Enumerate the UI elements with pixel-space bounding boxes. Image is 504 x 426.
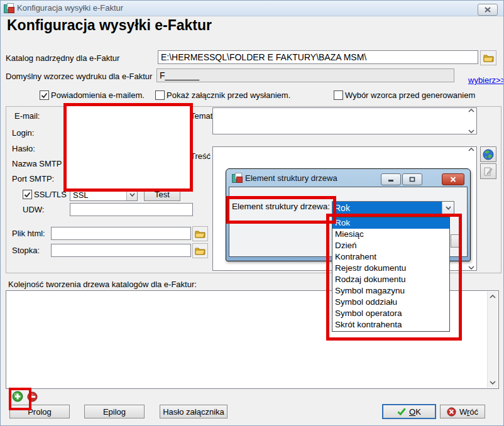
tree-element-combobox[interactable]: Rok [332, 201, 454, 216]
edit-signature-button[interactable] [480, 163, 496, 179]
dropdown-option[interactable]: Dzień [332, 240, 449, 251]
minimize-button[interactable] [381, 173, 401, 185]
katalog-browse-button[interactable] [480, 50, 496, 65]
udw-label: UDW: [23, 205, 44, 214]
check-icon [24, 192, 31, 198]
dropdown-option[interactable]: Rodzaj dokumentu [332, 274, 449, 285]
wzorzec-label: Domyślny wzorzec wydruku dla e-Faktur [6, 72, 152, 81]
tree-element-combobox-value: Rok [334, 203, 350, 213]
add-button[interactable] [12, 391, 23, 402]
tresc-label: Treść [190, 151, 211, 161]
ssl-combobox[interactable]: SSL [70, 188, 138, 201]
dropdown-option[interactable]: Rok [332, 217, 449, 229]
close-button[interactable] [478, 4, 498, 16]
app-icon [4, 3, 14, 13]
plik-html-browse-button[interactable] [192, 226, 208, 241]
nazwa-smtp-label: Nazwa SMTP [12, 159, 62, 168]
stopka-label: Stopka: [12, 246, 40, 255]
edit-page-icon [483, 167, 493, 177]
minus-icon [27, 391, 38, 402]
checkbox-wybor-wzorca-label: Wybór wzorca przed generowaniem [345, 90, 475, 100]
remove-button[interactable] [27, 391, 38, 402]
scroll-up-icon[interactable] [468, 109, 474, 112]
tree-order-label: Kolejność tworzenia drzewa katalogów dla… [8, 280, 197, 289]
close-icon [450, 177, 456, 182]
stopka-browse-button[interactable] [192, 243, 208, 258]
tree-element-dropdown: Rok Miesiąc Dzień Kontrahent Rejestr dok… [332, 217, 450, 332]
maximize-button[interactable] [402, 173, 422, 185]
port-smtp-label: Port SMTP: [12, 174, 54, 183]
scroll-down-icon[interactable] [490, 381, 496, 385]
dropdown-option[interactable]: Miesiąc [332, 229, 449, 240]
katalog-input[interactable]: E:\HERMESSQL\FOLDER E FAKTURY\BAZA MSM\ [158, 50, 478, 64]
plik-html-input[interactable] [51, 227, 191, 240]
scroll-down-icon[interactable] [468, 266, 474, 270]
close-button[interactable] [442, 173, 464, 185]
checkbox-powiadomienia-label: Powiadomienia e-mailem. [51, 90, 145, 100]
wroc-button-label: Wróć [459, 407, 478, 417]
minimize-icon [388, 177, 394, 182]
dropdown-option[interactable]: Kontrahent [332, 251, 449, 263]
checkbox-ssl-tls[interactable] [23, 190, 32, 199]
translate-button[interactable] [480, 146, 496, 162]
checkbox-wybor-wzorca[interactable] [334, 90, 343, 100]
katalog-label: Katalog nadrzędny dla e-Faktur [6, 53, 119, 63]
ok-button[interactable]: OK [382, 404, 436, 419]
dropdown-option[interactable]: Symbol magazynu [332, 285, 449, 297]
check-icon [41, 92, 48, 99]
dropdown-option[interactable]: Symbol operatora [332, 308, 449, 319]
scroll-up-icon[interactable] [490, 295, 496, 298]
udw-input[interactable] [70, 203, 193, 216]
ssl-tls-label: SSL/TLS [34, 190, 67, 199]
hidden-partial-button[interactable] [451, 234, 462, 248]
tree-order-scrollbar[interactable] [487, 292, 498, 388]
test-button[interactable]: Test [144, 188, 180, 201]
haslo-zalacznika-button[interactable]: Hasło załącznika [160, 405, 227, 418]
email-label: E-mail: [14, 111, 40, 121]
login-label: Login: [12, 128, 34, 138]
folder-icon [195, 246, 205, 255]
chevron-down-icon[interactable] [126, 188, 137, 200]
wybierz-link[interactable]: wybierz>>> [468, 75, 504, 85]
tree-element-field-label: Element struktury drzewa: [232, 202, 330, 211]
wzorzec-input[interactable]: F_______ [156, 68, 454, 82]
window-title: Konfiguracja wysyłki e-Faktur [17, 3, 123, 13]
chevron-down-icon[interactable] [442, 202, 454, 214]
temat-scrollbar[interactable] [466, 109, 476, 133]
dropdown-option[interactable]: Rejestr dokumentu [332, 263, 449, 274]
scroll-down-icon[interactable] [468, 129, 474, 133]
haslo-label: Hasło: [12, 144, 35, 153]
check-icon [397, 408, 406, 415]
scroll-up-icon[interactable] [468, 148, 474, 151]
temat-label: Temat: [190, 111, 215, 121]
checkbox-pokaz-zalacznik-label: Pokaż załącznik przed wysłaniem. [167, 90, 290, 100]
dropdown-option[interactable]: Symbol oddziału [332, 297, 449, 308]
ssl-combobox-value: SSL [73, 190, 89, 200]
cancel-icon [447, 407, 456, 417]
folder-icon [195, 229, 205, 238]
epilog-button[interactable]: Epilog [84, 405, 145, 418]
checkbox-powiadomienia[interactable] [40, 90, 49, 100]
prolog-button[interactable]: Prolog [9, 405, 70, 418]
tree-dialog-title: Element struktury drzewa [245, 173, 337, 183]
close-icon [485, 7, 491, 13]
page-title: Konfiguracja wysyłki e-Faktur [7, 17, 212, 34]
ok-button-label: OK [409, 407, 421, 417]
tree-dialog-titlebar[interactable]: Element struktury drzewa [226, 169, 470, 187]
plik-html-label: Plik html: [12, 229, 45, 238]
temat-textarea[interactable] [212, 107, 477, 134]
globe-icon [483, 149, 494, 160]
folder-icon [483, 53, 494, 62]
window-titlebar: Konfiguracja wysyłki e-Faktur [1, 1, 504, 16]
plus-icon [12, 391, 23, 402]
dropdown-option[interactable]: Skrót kontrahenta [332, 319, 449, 330]
maximize-icon [409, 177, 415, 182]
checkbox-pokaz-zalacznik[interactable] [155, 90, 165, 100]
stopka-input[interactable] [51, 244, 191, 257]
config-window: Konfiguracja wysyłki e-Faktur Konfigurac… [0, 0, 504, 426]
app-icon [232, 173, 242, 183]
wroc-button[interactable]: Wróć [440, 405, 485, 418]
